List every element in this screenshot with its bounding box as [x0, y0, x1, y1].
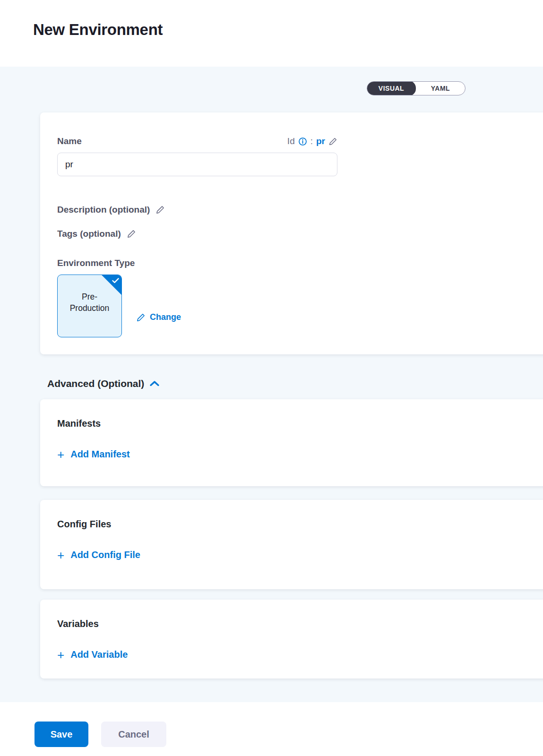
page-header: New Environment [0, 0, 543, 67]
add-variable-button[interactable]: + Add Variable [57, 649, 128, 660]
manifests-card: Manifests + Add Manifest [40, 399, 543, 486]
id-line: Id : pr [287, 136, 337, 146]
environment-type-row: Pre-Production Change [57, 275, 530, 337]
add-config-file-label: Add Config File [70, 550, 140, 560]
plus-icon: + [57, 550, 64, 560]
config-files-card: Config Files + Add Config File [40, 500, 543, 589]
plus-icon: + [57, 650, 64, 660]
add-manifest-button[interactable]: + Add Manifest [57, 449, 130, 460]
description-row: Description (optional) [57, 205, 530, 215]
check-icon [112, 278, 119, 284]
toggle-row: VISUAL YAML [0, 67, 543, 95]
environment-form-workspace: VISUAL YAML Name Id : pr [0, 67, 543, 702]
tags-row: Tags (optional) [57, 229, 530, 239]
info-icon[interactable] [298, 137, 307, 146]
environment-details-card: Name Id : pr [40, 112, 543, 354]
environment-name-input[interactable] [57, 153, 337, 176]
variables-card: Variables + Add Variable [40, 600, 543, 679]
add-variable-label: Add Variable [70, 649, 128, 660]
change-pencil-icon [136, 313, 146, 322]
plus-icon: + [57, 450, 64, 459]
add-manifest-label: Add Manifest [70, 449, 130, 460]
edit-tags-pencil-icon[interactable] [127, 229, 136, 239]
environment-type-card-pre-production[interactable]: Pre-Production [57, 275, 122, 337]
tags-label: Tags (optional) [57, 229, 121, 239]
toggle-yaml[interactable]: YAML [416, 81, 465, 95]
environment-type-label: Environment Type [57, 258, 530, 268]
name-row: Name Id : pr [57, 136, 337, 146]
variables-title: Variables [57, 619, 532, 629]
description-label: Description (optional) [57, 205, 150, 215]
chevron-up-icon [150, 381, 159, 387]
change-label: Change [150, 312, 181, 322]
visual-yaml-toggle[interactable]: VISUAL YAML [367, 81, 465, 95]
advanced-optional-toggle[interactable]: Advanced (Optional) [47, 378, 543, 389]
name-label: Name [57, 136, 82, 146]
cancel-button[interactable]: Cancel [101, 722, 166, 747]
toggle-visual[interactable]: VISUAL [367, 81, 416, 95]
config-files-title: Config Files [57, 519, 532, 530]
id-separator: : [310, 136, 313, 146]
page-title: New Environment [33, 21, 543, 39]
manifests-title: Manifests [57, 418, 532, 429]
edit-description-pencil-icon[interactable] [155, 205, 165, 215]
id-value: pr [316, 136, 325, 146]
save-button[interactable]: Save [34, 722, 88, 747]
edit-id-pencil-icon[interactable] [328, 137, 337, 146]
form-footer: Save Cancel [0, 702, 543, 747]
change-environment-type-link[interactable]: Change [136, 297, 181, 337]
add-config-file-button[interactable]: + Add Config File [57, 550, 140, 560]
advanced-label: Advanced (Optional) [47, 378, 144, 389]
id-label: Id [287, 136, 295, 146]
